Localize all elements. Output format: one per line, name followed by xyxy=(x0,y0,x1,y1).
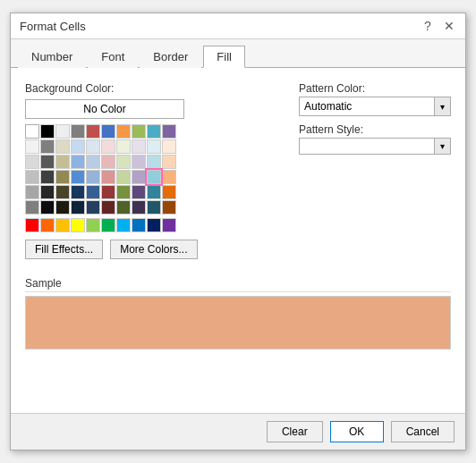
sample-preview xyxy=(25,296,451,349)
color-cell[interactable] xyxy=(116,185,131,199)
color-cell[interactable] xyxy=(101,170,115,184)
color-cell[interactable] xyxy=(132,155,146,169)
tab-number[interactable]: Number xyxy=(18,46,86,68)
color-grid xyxy=(25,124,281,232)
color-row-5 xyxy=(25,185,281,199)
color-cell[interactable] xyxy=(25,200,39,215)
pattern-color-label: Pattern Color: xyxy=(299,82,451,95)
color-row-1 xyxy=(25,124,281,139)
color-cell[interactable] xyxy=(162,200,176,215)
color-row-6 xyxy=(25,200,281,215)
color-cell[interactable] xyxy=(71,155,85,169)
color-cell[interactable] xyxy=(132,218,146,232)
cancel-button[interactable]: Cancel xyxy=(391,421,455,442)
color-cell[interactable] xyxy=(86,185,100,199)
pattern-style-dropdown[interactable]: ▾ xyxy=(299,138,451,155)
pattern-color-dropdown[interactable]: Automatic ▾ xyxy=(299,97,451,116)
color-cell[interactable] xyxy=(40,170,55,184)
color-cell[interactable] xyxy=(132,185,146,199)
pattern-style-arrow[interactable]: ▾ xyxy=(434,139,450,154)
color-cell[interactable] xyxy=(147,185,161,199)
dialog-body: Background Color: No Color xyxy=(11,68,465,413)
color-cell[interactable] xyxy=(101,155,115,169)
color-cell[interactable] xyxy=(147,124,161,139)
dialog-title: Format Cells xyxy=(20,20,86,33)
color-cell[interactable] xyxy=(116,139,131,154)
color-cell[interactable] xyxy=(132,170,146,184)
pattern-color-value: Automatic xyxy=(300,97,434,115)
pattern-dropdowns: Pattern Color: Automatic ▾ Pattern Style… xyxy=(299,82,451,155)
color-cell[interactable] xyxy=(71,200,85,215)
color-cell[interactable] xyxy=(86,170,100,184)
tab-font[interactable]: Font xyxy=(88,46,138,68)
color-cell[interactable] xyxy=(55,218,70,232)
color-cell[interactable] xyxy=(101,218,115,232)
color-cell[interactable] xyxy=(116,155,131,169)
color-cell[interactable] xyxy=(162,139,176,154)
color-cell[interactable] xyxy=(86,200,100,215)
tab-border[interactable]: Border xyxy=(140,46,201,68)
fill-effects-button[interactable]: Fill Effects... xyxy=(25,240,103,259)
color-cell[interactable] xyxy=(86,124,100,139)
sample-label: Sample xyxy=(25,277,451,292)
color-cell[interactable] xyxy=(132,139,146,154)
color-cell[interactable] xyxy=(101,124,115,139)
color-cell[interactable] xyxy=(162,124,176,139)
pattern-color-arrow[interactable]: ▾ xyxy=(434,97,450,115)
color-cell[interactable] xyxy=(162,218,176,232)
color-cell[interactable] xyxy=(162,185,176,199)
color-cell[interactable] xyxy=(55,139,70,154)
color-cell[interactable] xyxy=(71,170,85,184)
color-cell[interactable] xyxy=(132,200,146,215)
color-cell[interactable] xyxy=(25,124,39,139)
color-cell[interactable] xyxy=(40,139,55,154)
color-cell[interactable] xyxy=(55,200,70,215)
color-cell[interactable] xyxy=(101,185,115,199)
color-cell[interactable] xyxy=(71,185,85,199)
clear-button[interactable]: Clear xyxy=(267,421,323,442)
color-cell[interactable] xyxy=(116,124,131,139)
color-cell[interactable] xyxy=(71,124,85,139)
color-cell[interactable] xyxy=(55,170,70,184)
color-cell[interactable] xyxy=(25,139,39,154)
color-cell[interactable] xyxy=(25,218,39,232)
color-cell[interactable] xyxy=(147,218,161,232)
tabs-bar: Number Font Border Fill xyxy=(11,39,465,68)
close-icon[interactable]: ✕ xyxy=(442,19,456,33)
color-cell[interactable] xyxy=(101,200,115,215)
color-cell[interactable] xyxy=(25,185,39,199)
color-cell[interactable] xyxy=(40,155,55,169)
color-cell[interactable] xyxy=(86,155,100,169)
color-cell[interactable] xyxy=(101,139,115,154)
titlebar: Format Cells ? ✕ xyxy=(11,13,465,39)
selected-color-cell[interactable] xyxy=(147,170,161,184)
color-cell[interactable] xyxy=(86,139,100,154)
color-cell[interactable] xyxy=(116,218,131,232)
color-cell[interactable] xyxy=(40,124,55,139)
color-cell[interactable] xyxy=(116,200,131,215)
left-panel: Background Color: No Color xyxy=(25,82,281,259)
color-cell[interactable] xyxy=(116,170,131,184)
color-cell[interactable] xyxy=(25,170,39,184)
color-cell[interactable] xyxy=(71,139,85,154)
color-cell[interactable] xyxy=(55,155,70,169)
color-cell[interactable] xyxy=(162,170,176,184)
color-cell[interactable] xyxy=(55,124,70,139)
color-cell[interactable] xyxy=(40,200,55,215)
color-cell[interactable] xyxy=(55,185,70,199)
color-cell[interactable] xyxy=(40,185,55,199)
more-colors-button[interactable]: More Colors... xyxy=(110,240,197,259)
color-cell[interactable] xyxy=(25,155,39,169)
color-cell[interactable] xyxy=(147,155,161,169)
tab-fill[interactable]: Fill xyxy=(203,46,245,68)
ok-button[interactable]: OK xyxy=(330,421,384,442)
color-cell[interactable] xyxy=(86,218,100,232)
color-cell[interactable] xyxy=(162,155,176,169)
no-color-button[interactable]: No Color xyxy=(25,99,184,119)
color-cell[interactable] xyxy=(71,218,85,232)
color-cell[interactable] xyxy=(132,124,146,139)
help-icon[interactable]: ? xyxy=(421,19,435,33)
color-cell[interactable] xyxy=(40,218,55,232)
color-cell[interactable] xyxy=(147,139,161,154)
color-cell[interactable] xyxy=(147,200,161,215)
